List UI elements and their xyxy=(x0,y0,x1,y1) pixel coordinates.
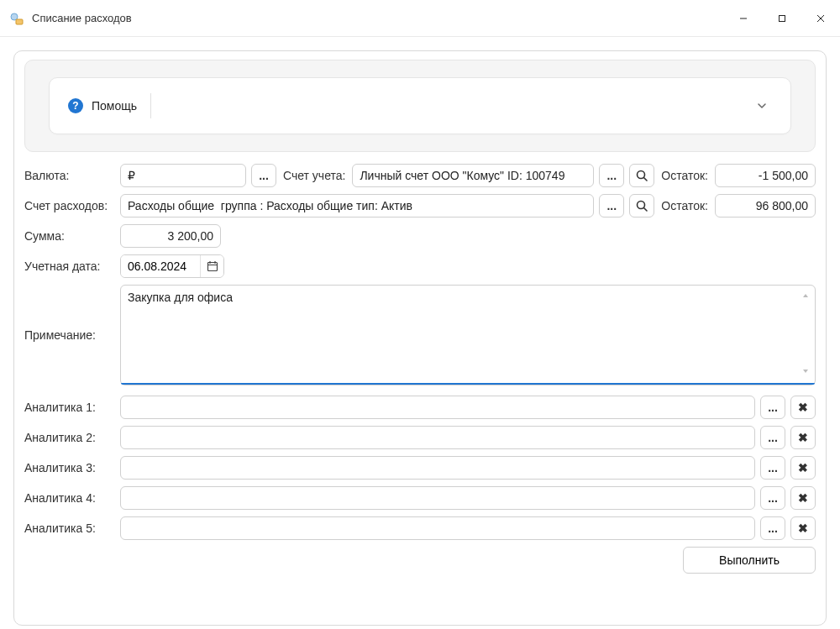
help-divider xyxy=(150,93,151,118)
currency-input[interactable] xyxy=(120,164,246,187)
help-icon: ? xyxy=(68,98,83,113)
currency-label: Валюта: xyxy=(24,169,115,182)
svg-rect-1 xyxy=(16,19,23,24)
analytics-row-5: Аналитика 5: ... ✖ xyxy=(24,516,816,540)
analytics-1-clear-button[interactable]: ✖ xyxy=(790,396,816,419)
expense-account-input[interactable] xyxy=(120,194,594,218)
analytics-5-input[interactable] xyxy=(120,516,755,540)
app-icon xyxy=(8,10,25,27)
expense-account-search-button[interactable] xyxy=(629,194,654,218)
help-section: ? Помощь xyxy=(24,60,816,152)
analytics-2-clear-button[interactable]: ✖ xyxy=(790,426,816,449)
execute-button[interactable]: Выполнить xyxy=(683,547,816,574)
note-label: Примечание: xyxy=(24,328,115,342)
analytics-5-clear-button[interactable]: ✖ xyxy=(790,516,816,540)
date-label: Учетная дата: xyxy=(24,259,115,273)
window-title: Списание расходов xyxy=(32,12,132,24)
window-close-button[interactable] xyxy=(801,0,840,37)
account-input[interactable] xyxy=(352,164,594,187)
expense-balance-value xyxy=(715,194,816,218)
footer-row: Выполнить xyxy=(24,547,816,574)
main-panel: ? Помощь Валюта: ... Счет учета: ... Ост… xyxy=(13,50,827,626)
note-focus-underline xyxy=(121,383,815,385)
account-search-button[interactable] xyxy=(629,164,654,187)
note-wrapper xyxy=(120,285,816,385)
expense-account-lookup-button[interactable]: ... xyxy=(599,194,624,218)
svg-rect-2 xyxy=(780,15,785,21)
analytics-5-lookup-button[interactable]: ... xyxy=(760,516,785,540)
svg-rect-5 xyxy=(207,263,217,271)
note-row: Примечание: xyxy=(24,285,816,385)
date-row: Учетная дата: xyxy=(24,254,816,278)
note-scroll-down[interactable] xyxy=(801,364,810,378)
account-balance-value xyxy=(715,164,816,187)
amount-label: Сумма: xyxy=(24,229,115,243)
currency-account-row: Валюта: ... Счет учета: ... Остаток: xyxy=(24,164,816,187)
window-minimize-button[interactable] xyxy=(724,0,763,37)
analytics-1-label: Аналитика 1: xyxy=(24,401,115,414)
amount-row: Сумма: xyxy=(24,224,816,248)
analytics-3-lookup-button[interactable]: ... xyxy=(760,456,785,480)
help-button[interactable]: ? Помощь xyxy=(68,98,137,113)
analytics-2-input[interactable] xyxy=(120,426,755,449)
analytics-4-label: Аналитика 4: xyxy=(24,491,115,505)
date-picker-button[interactable] xyxy=(200,254,223,278)
analytics-row-2: Аналитика 2: ... ✖ xyxy=(24,426,816,449)
note-textarea[interactable] xyxy=(121,286,815,383)
currency-lookup-button[interactable]: ... xyxy=(251,164,276,187)
expense-balance-label: Остаток: xyxy=(659,199,710,212)
analytics-4-input[interactable] xyxy=(120,486,755,510)
expense-account-label: Счет расходов: xyxy=(24,199,115,212)
help-expand-button[interactable] xyxy=(752,96,772,116)
analytics-1-lookup-button[interactable]: ... xyxy=(760,396,785,419)
account-balance-label: Остаток: xyxy=(659,169,710,182)
titlebar: Списание расходов xyxy=(0,0,840,37)
expense-account-row: Счет расходов: ... Остаток: xyxy=(24,194,816,218)
analytics-2-label: Аналитика 2: xyxy=(24,431,115,444)
analytics-row-1: Аналитика 1: ... ✖ xyxy=(24,396,816,419)
analytics-5-label: Аналитика 5: xyxy=(24,522,115,535)
amount-input[interactable] xyxy=(120,224,221,248)
analytics-3-input[interactable] xyxy=(120,456,755,480)
help-label: Помощь xyxy=(92,99,137,113)
analytics-row-3: Аналитика 3: ... ✖ xyxy=(24,456,816,480)
account-label: Счет учета: xyxy=(281,169,347,182)
analytics-3-label: Аналитика 3: xyxy=(24,461,115,474)
analytics-3-clear-button[interactable]: ✖ xyxy=(790,456,816,480)
analytics-4-clear-button[interactable]: ✖ xyxy=(790,486,816,510)
help-card: ? Помощь xyxy=(49,77,791,134)
account-lookup-button[interactable]: ... xyxy=(599,164,624,187)
note-scroll-up[interactable] xyxy=(801,289,810,302)
date-input[interactable] xyxy=(121,255,200,277)
window-maximize-button[interactable] xyxy=(763,0,801,37)
analytics-2-lookup-button[interactable]: ... xyxy=(760,426,785,449)
analytics-1-input[interactable] xyxy=(120,396,755,419)
analytics-4-lookup-button[interactable]: ... xyxy=(760,486,785,510)
analytics-row-4: Аналитика 4: ... ✖ xyxy=(24,486,816,510)
